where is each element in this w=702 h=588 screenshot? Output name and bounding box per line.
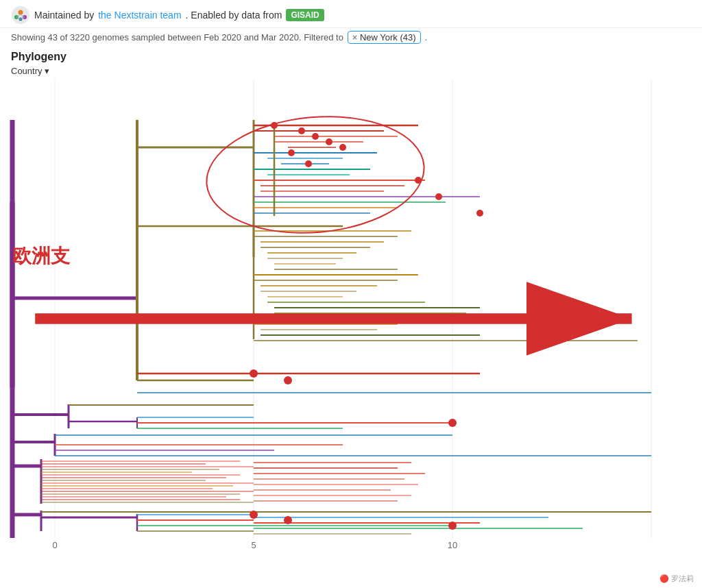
maintained-text: Maintained by xyxy=(34,10,94,21)
svg-point-137 xyxy=(448,522,457,530)
svg-point-127 xyxy=(288,149,295,156)
svg-point-124 xyxy=(312,133,319,140)
filter-remove-button[interactable]: × xyxy=(352,33,357,42)
nextstrain-link[interactable]: the Nextstrain team xyxy=(98,10,181,21)
svg-point-135 xyxy=(250,511,258,519)
svg-point-130 xyxy=(435,193,442,200)
svg-text:0: 0 xyxy=(52,540,57,550)
svg-point-126 xyxy=(339,144,346,151)
svg-point-133 xyxy=(284,376,292,384)
svg-point-129 xyxy=(415,177,422,184)
watermark: 🔴 罗法莉 xyxy=(659,574,694,584)
svg-point-125 xyxy=(326,138,332,145)
svg-point-0 xyxy=(12,6,29,24)
dropdown-arrow-icon: ▾ xyxy=(45,66,49,76)
svg-point-122 xyxy=(271,122,278,129)
svg-point-128 xyxy=(305,160,312,167)
subtitle-bar: Showing 43 of 3220 genomes sampled betwe… xyxy=(0,28,702,48)
svg-text:5: 5 xyxy=(251,540,256,550)
svg-point-132 xyxy=(250,369,258,378)
country-dropdown[interactable]: Country ▾ xyxy=(11,66,49,76)
filter-chip[interactable]: × New York (43) xyxy=(348,31,421,44)
svg-point-131 xyxy=(476,210,483,217)
filter-value: New York (43) xyxy=(360,32,416,42)
svg-point-123 xyxy=(298,127,305,134)
nextstrain-logo xyxy=(11,5,30,25)
showing-text: Showing 43 of 3220 genomes sampled betwe… xyxy=(11,32,343,42)
filter-dot: . xyxy=(425,32,428,42)
phylogeny-section: Phylogeny Country ▾ xyxy=(0,48,702,79)
phylogeny-title: Phylogeny xyxy=(11,51,691,63)
svg-text:10: 10 xyxy=(448,540,457,550)
svg-point-1 xyxy=(19,10,23,15)
header-bar: Maintained by the Nextstrain team . Enab… xyxy=(0,0,702,28)
svg-point-134 xyxy=(448,419,457,427)
phylogeny-chart: 0 5 10 xyxy=(0,79,702,559)
color-by-label: Country xyxy=(11,66,43,76)
gisaid-badge: GISAID xyxy=(286,9,324,21)
enabled-text: . Enabled by data from xyxy=(186,10,282,21)
svg-point-136 xyxy=(284,516,292,524)
